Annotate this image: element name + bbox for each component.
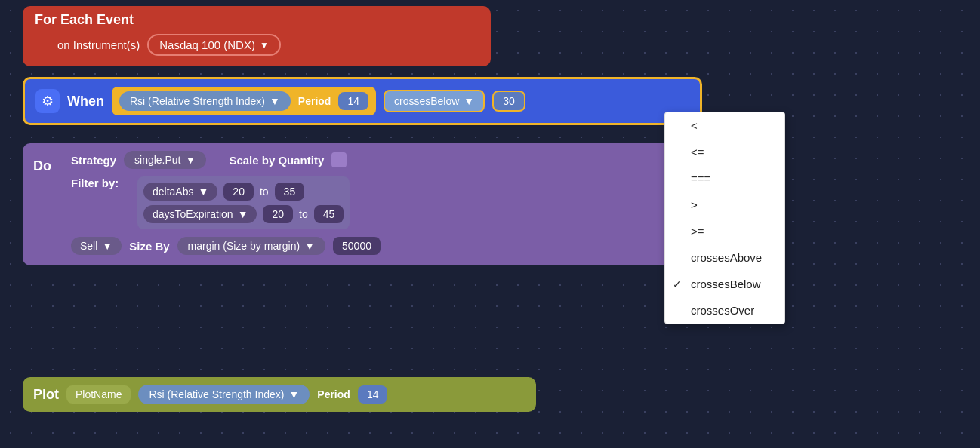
crosses-below-arrow: ▼ [464, 95, 474, 107]
dropdown-item-eq[interactable]: === [665, 165, 784, 192]
on-instrument-label: on Instrument(s) [57, 38, 140, 51]
when-block: ⚙ When Rsi (Relative Strength Index) ▼ P… [23, 77, 702, 125]
filter-row-1: deltaAbs ▼ 20 to 35 [143, 183, 344, 201]
instrument-dropdown[interactable]: Nasdaq 100 (NDX) ▼ [147, 34, 281, 56]
for-each-title: For Each Event [35, 12, 479, 28]
dropdown-item-crosses-above[interactable]: crossesAbove [665, 244, 784, 271]
plot-label: Plot [33, 387, 59, 403]
days-from-value[interactable]: 20 [263, 205, 293, 223]
days-to-expiration-arrow: ▼ [238, 208, 248, 220]
dropdown-item-crosses-above-label: crossesAbove [691, 251, 762, 264]
operator-dropdown-menu: < <= === > >= crossesAbove crossesBelow … [664, 112, 785, 324]
strategy-value: single.Put [134, 154, 180, 166]
dropdown-item-gt[interactable]: > [665, 192, 784, 218]
dropdown-item-lt[interactable]: < [665, 112, 784, 139]
sell-row: Sell ▼ Size By margin (Size by margin) ▼… [71, 237, 676, 255]
strategy-dropdown[interactable]: single.Put ▼ [124, 151, 206, 169]
days-to-expiration-dropdown[interactable]: daysToExpiration ▼ [143, 205, 257, 223]
plot-period-label: Period [317, 388, 350, 400]
dropdown-item-crosses-below-label: crossesBelow [691, 278, 761, 290]
delta-abs-arrow: ▼ [198, 186, 208, 198]
do-block: Do Strategy single.Put ▼ Scale by Quanti… [23, 143, 687, 265]
threshold-value[interactable]: 30 [492, 91, 525, 112]
dropdown-item-lte[interactable]: <= [665, 139, 784, 165]
strategy-row: Strategy single.Put ▼ Scale by Quantity [71, 151, 676, 169]
gear-icon[interactable]: ⚙ [35, 89, 60, 113]
plot-name[interactable]: PlotName [66, 385, 131, 404]
plot-period-value[interactable]: 14 [358, 385, 388, 404]
days-to-label: to [299, 208, 308, 220]
dropdown-item-crosses-over[interactable]: crossesOver [665, 297, 784, 324]
margin-arrow: ▼ [304, 240, 315, 252]
sell-dropdown[interactable]: Sell ▼ [71, 237, 122, 255]
days-to-expiration-label: daysToExpiration [153, 208, 233, 220]
margin-dropdown[interactable]: margin (Size by margin) ▼ [177, 237, 325, 255]
delta-to-value[interactable]: 35 [275, 183, 305, 201]
strategy-label: Strategy [71, 154, 116, 167]
dropdown-item-lt-label: < [691, 119, 698, 132]
for-each-block: For Each Event on Instrument(s) Nasdaq 1… [23, 6, 491, 66]
dropdown-item-lte-label: <= [691, 146, 704, 158]
dropdown-item-gt-label: > [691, 198, 698, 211]
delta-abs-dropdown[interactable]: deltaAbs ▼ [143, 183, 217, 201]
delta-to-label: to [260, 186, 269, 198]
scale-label: Scale by Quantity [229, 154, 324, 167]
rsi-dropdown-arrow: ▼ [270, 95, 280, 107]
rsi-dropdown[interactable]: Rsi (Relative Strength Index) ▼ [119, 91, 291, 111]
size-by-label: Size By [129, 240, 169, 253]
crosses-below-button[interactable]: crossesBelow ▼ [384, 90, 485, 112]
filter-rows-container: deltaAbs ▼ 20 to 35 daysToExpiration ▼ [137, 176, 350, 229]
crosses-below-label: crossesBelow [394, 95, 459, 107]
scale-checkbox[interactable] [331, 152, 347, 167]
instrument-value: Nasdaq 100 (NDX) [159, 38, 255, 51]
amount-value[interactable]: 50000 [333, 237, 381, 255]
rsi-dropdown-label: Rsi (Relative Strength Index) [130, 95, 265, 107]
dropdown-item-eq-label: === [691, 172, 710, 185]
plot-rsi-dropdown[interactable]: Rsi (Relative Strength Index) ▼ [138, 385, 310, 404]
plot-rsi-arrow: ▼ [288, 388, 299, 400]
delta-abs-label: deltaAbs [153, 186, 193, 198]
filter-label: Filter by: [71, 176, 131, 189]
period-label: Period [298, 95, 331, 107]
dropdown-item-gte[interactable]: >= [665, 218, 784, 244]
dropdown-item-crosses-below[interactable]: crossesBelow [665, 271, 784, 297]
sell-arrow: ▼ [102, 240, 112, 252]
filter-section: Filter by: deltaAbs ▼ 20 to 35 [71, 176, 676, 229]
when-inner: Rsi (Relative Strength Index) ▼ Period 1… [112, 87, 376, 115]
sell-label: Sell [80, 240, 97, 252]
do-label: Do [33, 151, 71, 174]
plot-rsi-label: Rsi (Relative Strength Index) [149, 388, 284, 400]
plot-block: Plot PlotName Rsi (Relative Strength Ind… [23, 377, 536, 412]
strategy-arrow: ▼ [186, 154, 196, 166]
filter-row-2: daysToExpiration ▼ 20 to 45 [143, 205, 344, 223]
dropdown-item-gte-label: >= [691, 225, 704, 238]
margin-label: margin (Size by margin) [188, 240, 300, 252]
when-label: When [67, 94, 104, 109]
dropdown-item-crosses-over-label: crossesOver [691, 304, 754, 317]
delta-from-value[interactable]: 20 [223, 183, 254, 201]
instrument-dropdown-arrow: ▼ [260, 40, 269, 51]
days-to-value[interactable]: 45 [314, 205, 344, 223]
period-value[interactable]: 14 [338, 92, 368, 110]
